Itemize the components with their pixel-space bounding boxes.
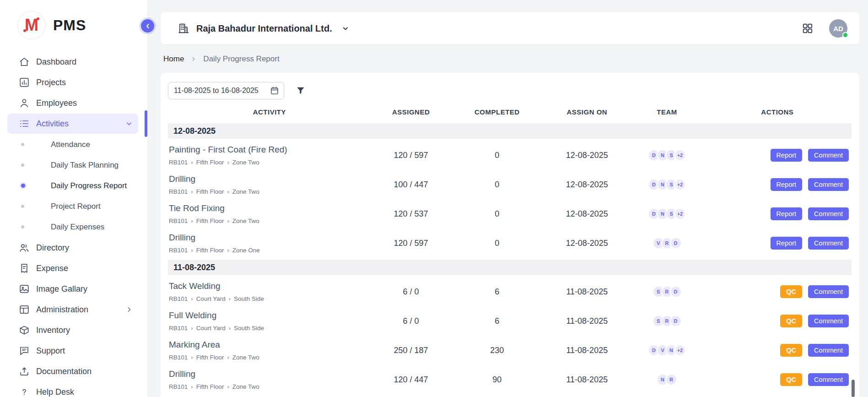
assigned-value: 120 / 597 xyxy=(371,239,451,248)
sidebar-item-administration[interactable]: Administration xyxy=(7,299,138,320)
activity-cell: Drilling RB101›Fifth Floor›Zone Two xyxy=(168,369,371,390)
sidebar-item-documentation[interactable]: Documentation xyxy=(7,361,138,381)
filters-row: 11-08-2025 to 16-08-2025 xyxy=(168,82,852,99)
table-header-row: ACTIVITYASSIGNEDCOMPLETEDASSIGN ONTEAMAC… xyxy=(168,102,852,121)
sidebar-item-activities[interactable]: Activities xyxy=(7,114,138,134)
activity-cell: Painting - First Coat (Fire Red) RB101›F… xyxy=(168,145,371,166)
path-segment: Zone Two xyxy=(232,354,259,361)
sidebar-item-label: Expense xyxy=(36,264,134,273)
sidebar-subitem-project-report[interactable]: Project Report xyxy=(0,196,147,217)
sidebar-item-label: Image Gallary xyxy=(36,284,134,294)
activity-cell: Full Welding RB101›Court Yard›South Side xyxy=(168,310,371,332)
team-avatar: D xyxy=(670,286,682,298)
sidebar-subitem-label: Daily Progress Report xyxy=(51,181,127,190)
main-content: Raja Bahadur International Ltd. AD Home xyxy=(148,0,868,397)
date-group-header: 12-08-2025 xyxy=(168,123,852,139)
assign-on-date: 12-08-2025 xyxy=(543,151,631,160)
comment-button[interactable]: Comment xyxy=(808,207,849,220)
home-icon xyxy=(19,56,30,67)
path-segment: Fifth Floor xyxy=(196,247,224,254)
comment-button[interactable]: Comment xyxy=(808,344,849,357)
path-segment: RB101 xyxy=(169,295,188,302)
sidebar-subitem-daily-expenses[interactable]: Daily Expenses xyxy=(0,217,147,237)
expense-icon xyxy=(19,263,30,274)
completed-value: 90 xyxy=(451,375,544,385)
sidebar-item-label: Help Desk xyxy=(36,387,134,397)
app-logo: M PMS xyxy=(0,0,147,49)
team-avatars: NR xyxy=(631,374,703,386)
comment-button[interactable]: Comment xyxy=(808,178,849,191)
comment-button[interactable]: Comment xyxy=(808,315,849,327)
inventory-icon xyxy=(19,325,30,336)
qc-button[interactable]: QC xyxy=(780,344,802,357)
bullet-icon xyxy=(21,163,24,167)
employees-icon xyxy=(19,98,30,109)
scrollbar-thumb[interactable] xyxy=(852,380,855,397)
activity-title: Drilling xyxy=(169,369,371,379)
report-button[interactable]: Report xyxy=(771,237,803,250)
documentation-icon xyxy=(19,366,30,377)
date-range-value: 11-08-2025 to 16-08-2025 xyxy=(174,87,259,95)
team-avatar: D xyxy=(670,315,682,327)
path-segment: Court Yard xyxy=(196,325,226,332)
comment-button[interactable]: Comment xyxy=(808,373,849,386)
table-row: Tack Welding RB101›Court Yard›South Side… xyxy=(168,277,852,306)
date-range-input[interactable]: 11-08-2025 to 16-08-2025 xyxy=(168,82,284,99)
team-avatars: DVN+2 xyxy=(631,344,703,356)
chevron-right-icon: › xyxy=(227,247,229,253)
qc-button[interactable]: QC xyxy=(780,373,802,386)
help-desk-icon xyxy=(19,386,30,397)
building-icon xyxy=(178,22,189,34)
breadcrumb-home[interactable]: Home xyxy=(163,54,184,64)
report-button[interactable]: Report xyxy=(771,207,803,220)
chevron-right-icon: › xyxy=(191,159,193,165)
sidebar-collapse-button[interactable] xyxy=(141,19,154,33)
apps-grid-icon[interactable] xyxy=(802,22,814,34)
sidebar-item-help-desk[interactable]: Help Desk xyxy=(7,382,138,397)
company-name: Raja Bahadur International Ltd. xyxy=(196,23,332,34)
app-root: M PMS Dashboard Projects Employees Activ… xyxy=(0,0,868,397)
filter-funnel-icon[interactable] xyxy=(296,86,306,96)
team-more-badge: +2 xyxy=(674,208,686,220)
qc-button[interactable]: QC xyxy=(780,285,802,298)
activity-location-path: RB101›Court Yard›South Side xyxy=(169,325,371,332)
activity-title: Marking Area xyxy=(169,340,371,350)
comment-button[interactable]: Comment xyxy=(808,237,849,250)
sidebar-item-expense[interactable]: Expense xyxy=(7,258,138,278)
date-group-header: 11-08-2025 xyxy=(168,260,852,275)
activity-cell: Drilling RB101›Fifth Floor›Zone Two xyxy=(168,174,371,195)
chevron-right-icon: › xyxy=(191,325,193,331)
row-actions: ReportComment xyxy=(703,207,852,220)
completed-value: 230 xyxy=(451,346,544,355)
path-segment: Zone One xyxy=(232,247,260,254)
sidebar-item-directory[interactable]: Directory xyxy=(7,238,138,258)
row-actions: QCComment xyxy=(703,285,852,298)
table-row: Drilling RB101›Fifth Floor›Zone Two 120 … xyxy=(168,365,852,394)
sidebar-subitem-daily-progress-report[interactable]: Daily Progress Report xyxy=(0,175,147,196)
sidebar-item-label: Employees xyxy=(36,98,134,108)
table-row: Full Welding RB101›Court Yard›South Side… xyxy=(168,306,852,336)
sidebar-item-dashboard[interactable]: Dashboard xyxy=(7,52,138,72)
sidebar-item-support[interactable]: Support xyxy=(7,341,138,361)
report-button[interactable]: Report xyxy=(771,149,803,162)
path-segment: Fifth Floor xyxy=(196,354,224,361)
company-selector[interactable]: Raja Bahadur International Ltd. xyxy=(178,22,350,34)
sidebar-item-inventory[interactable]: Inventory xyxy=(7,320,138,340)
sidebar-item-employees[interactable]: Employees xyxy=(7,93,138,113)
sidebar-subitem-attendance[interactable]: Attendance xyxy=(0,134,147,155)
comment-button[interactable]: Comment xyxy=(808,149,849,162)
column-header-actions: ACTIONS xyxy=(703,108,852,116)
path-segment: RB101 xyxy=(169,218,188,224)
sidebar-item-projects[interactable]: Projects xyxy=(7,72,138,92)
report-button[interactable]: Report xyxy=(771,178,803,191)
avatar-initials: AD xyxy=(833,25,843,33)
comment-button[interactable]: Comment xyxy=(808,285,849,298)
sidebar-item-image-gallary[interactable]: Image Gallary xyxy=(7,279,138,299)
chevron-right-icon: › xyxy=(227,189,229,195)
table-row: Tie Rod Fixing RB101›Fifth Floor›Zone Tw… xyxy=(168,199,852,228)
sidebar-subitem-daily-task-planning[interactable]: Daily Task Planning xyxy=(0,155,147,175)
activity-title: Full Welding xyxy=(169,310,371,321)
qc-button[interactable]: QC xyxy=(780,315,802,327)
user-avatar[interactable]: AD xyxy=(829,19,847,38)
column-header-assign-on: ASSIGN ON xyxy=(543,108,631,116)
